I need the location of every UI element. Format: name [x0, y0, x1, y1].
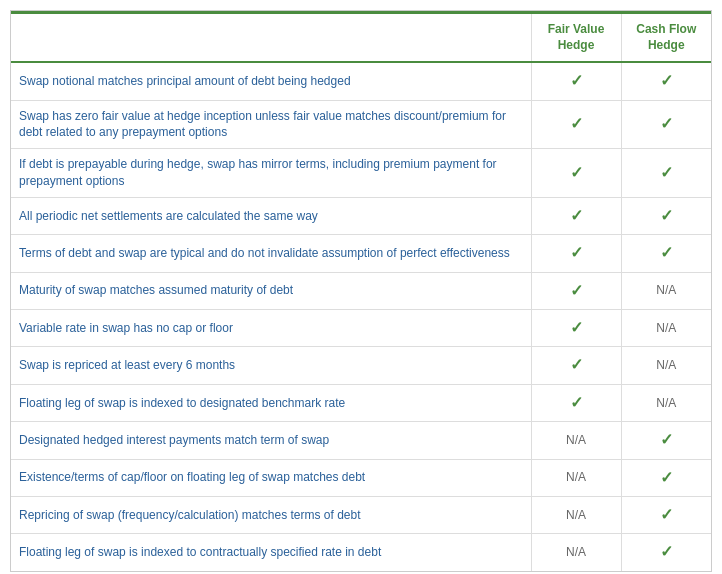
- fair-value-cell: N/A: [531, 422, 621, 459]
- fair-value-cell: N/A: [531, 459, 621, 496]
- cash-flow-cell: ✓: [621, 235, 711, 272]
- na-label: N/A: [566, 545, 586, 559]
- cash-flow-cell: ✓: [621, 459, 711, 496]
- checkmark-icon: ✓: [660, 207, 673, 224]
- checkmark-icon: ✓: [660, 72, 673, 89]
- condition-cell: Floating leg of swap is indexed to contr…: [11, 534, 531, 571]
- cash-flow-cell: ✓: [621, 149, 711, 198]
- table-row: Existence/terms of cap/floor on floating…: [11, 459, 711, 496]
- fair-value-cell: N/A: [531, 496, 621, 533]
- table-row: Swap is repriced at least every 6 months…: [11, 347, 711, 384]
- cash-flow-cell: N/A: [621, 309, 711, 346]
- cash-flow-cell: ✓: [621, 62, 711, 100]
- na-label: N/A: [566, 508, 586, 522]
- table-row: Swap notional matches principal amount o…: [11, 62, 711, 100]
- cash-flow-cell: N/A: [621, 384, 711, 421]
- cash-flow-cell: ✓: [621, 496, 711, 533]
- table-row: All periodic net settlements are calcula…: [11, 197, 711, 234]
- condition-cell: Existence/terms of cap/floor on floating…: [11, 459, 531, 496]
- cash-flow-cell: ✓: [621, 100, 711, 149]
- table-row: Floating leg of swap is indexed to desig…: [11, 384, 711, 421]
- shortcut-method-table: Fair ValueHedge Cash FlowHedge Swap noti…: [11, 11, 711, 571]
- condition-cell: Repricing of swap (frequency/calculation…: [11, 496, 531, 533]
- cash-flow-cell: N/A: [621, 272, 711, 309]
- checkmark-icon: ✓: [570, 207, 583, 224]
- fair-value-cell: ✓: [531, 62, 621, 100]
- condition-cell: Floating leg of swap is indexed to desig…: [11, 384, 531, 421]
- fair-value-cell: N/A: [531, 534, 621, 571]
- condition-cell: If debt is prepayable during hedge, swap…: [11, 149, 531, 198]
- fair-value-cell: ✓: [531, 384, 621, 421]
- checkmark-icon: ✓: [570, 394, 583, 411]
- condition-cell: Designated hedged interest payments matc…: [11, 422, 531, 459]
- fair-value-cell: ✓: [531, 272, 621, 309]
- checkmark-icon: ✓: [660, 431, 673, 448]
- cash-flow-cell: ✓: [621, 197, 711, 234]
- checkmark-icon: ✓: [570, 319, 583, 336]
- table-row: If debt is prepayable during hedge, swap…: [11, 149, 711, 198]
- table-row: Terms of debt and swap are typical and d…: [11, 235, 711, 272]
- condition-cell: Swap has zero fair value at hedge incept…: [11, 100, 531, 149]
- table-row: Designated hedged interest payments matc…: [11, 422, 711, 459]
- condition-cell: Maturity of swap matches assumed maturit…: [11, 272, 531, 309]
- table-row: Repricing of swap (frequency/calculation…: [11, 496, 711, 533]
- condition-cell: Swap is repriced at least every 6 months: [11, 347, 531, 384]
- table-row: Maturity of swap matches assumed maturit…: [11, 272, 711, 309]
- condition-cell: Terms of debt and swap are typical and d…: [11, 235, 531, 272]
- checkmark-icon: ✓: [660, 244, 673, 261]
- fair-value-cell: ✓: [531, 347, 621, 384]
- checkmark-icon: ✓: [570, 115, 583, 132]
- na-label: N/A: [656, 321, 676, 335]
- fair-value-cell: ✓: [531, 149, 621, 198]
- cash-flow-cell: ✓: [621, 422, 711, 459]
- checkmark-icon: ✓: [660, 543, 673, 560]
- checkmark-icon: ✓: [660, 469, 673, 486]
- condition-header: [11, 13, 531, 63]
- checkmark-icon: ✓: [570, 282, 583, 299]
- checkmark-icon: ✓: [570, 356, 583, 373]
- table-row: Variable rate in swap has no cap or floo…: [11, 309, 711, 346]
- fair-value-cell: ✓: [531, 197, 621, 234]
- na-label: N/A: [656, 283, 676, 297]
- cash-flow-cell: ✓: [621, 534, 711, 571]
- table-row: Swap has zero fair value at hedge incept…: [11, 100, 711, 149]
- na-label: N/A: [656, 358, 676, 372]
- condition-cell: All periodic net settlements are calcula…: [11, 197, 531, 234]
- checkmark-icon: ✓: [570, 72, 583, 89]
- table-row: Floating leg of swap is indexed to contr…: [11, 534, 711, 571]
- cash-flow-cell: N/A: [621, 347, 711, 384]
- na-label: N/A: [566, 470, 586, 484]
- main-table-container: Fair ValueHedge Cash FlowHedge Swap noti…: [10, 10, 712, 572]
- checkmark-icon: ✓: [570, 244, 583, 261]
- checkmark-icon: ✓: [660, 164, 673, 181]
- fair-value-cell: ✓: [531, 100, 621, 149]
- checkmark-icon: ✓: [660, 115, 673, 132]
- na-label: N/A: [566, 433, 586, 447]
- fair-value-cell: ✓: [531, 235, 621, 272]
- checkmark-icon: ✓: [660, 506, 673, 523]
- cash-flow-header: Cash FlowHedge: [621, 13, 711, 63]
- fair-value-header: Fair ValueHedge: [531, 13, 621, 63]
- fair-value-cell: ✓: [531, 309, 621, 346]
- na-label: N/A: [656, 396, 676, 410]
- checkmark-icon: ✓: [570, 164, 583, 181]
- condition-cell: Variable rate in swap has no cap or floo…: [11, 309, 531, 346]
- condition-cell: Swap notional matches principal amount o…: [11, 62, 531, 100]
